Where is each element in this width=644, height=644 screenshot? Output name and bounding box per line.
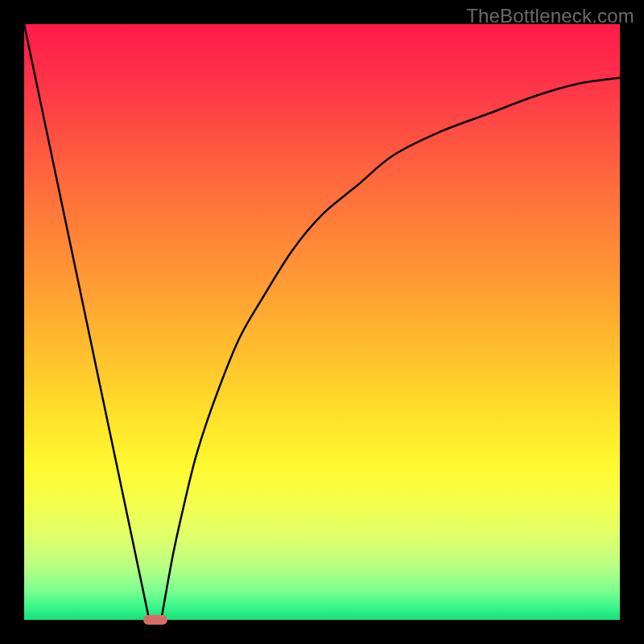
- chart-curves: [24, 24, 620, 620]
- watermark-text: TheBottleneck.com: [466, 5, 634, 27]
- left-descending-line: [24, 24, 149, 620]
- chart-frame: TheBottleneck.com: [0, 0, 644, 644]
- right-ascending-curve: [161, 78, 620, 620]
- bottleneck-marker: [143, 615, 167, 625]
